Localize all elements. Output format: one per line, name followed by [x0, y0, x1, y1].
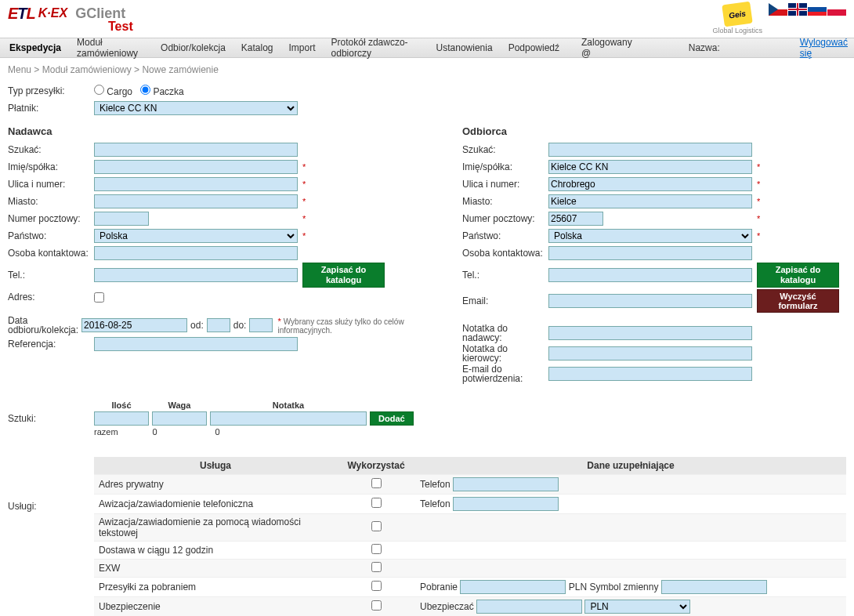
- service-phone-input[interactable]: [453, 477, 559, 491]
- sender-name-input[interactable]: [94, 160, 298, 174]
- pickup-date-input[interactable]: [81, 318, 187, 332]
- pieces-total-qty: 0: [126, 427, 157, 437]
- nav-import[interactable]: Import: [286, 39, 319, 56]
- cod-amount-input[interactable]: [460, 580, 566, 594]
- main-nav: Ekspedycja Moduł zamówieniowy Odbior/kol…: [0, 38, 854, 58]
- sender-city-input[interactable]: [94, 194, 298, 208]
- nav-ustanowienia[interactable]: Ustanowienia: [433, 39, 496, 56]
- payer-select[interactable]: Kielce CC KN: [94, 101, 298, 115]
- service-row: Awizacja/zawiadomienie telefonicznaTelef…: [94, 495, 846, 514]
- shipment-type-label: Typ przesyłki:: [8, 85, 94, 96]
- service-checkbox[interactable]: [371, 600, 382, 611]
- radio-cargo[interactable]: Cargo: [94, 85, 132, 97]
- service-row: UbezpieczenieUbezpieczać PLN: [94, 597, 846, 617]
- payer-label: Płatnik:: [8, 103, 94, 114]
- piece-note-input[interactable]: [210, 411, 367, 426]
- pieces-label: Sztuki:: [8, 400, 94, 424]
- service-phone-input[interactable]: [453, 497, 559, 511]
- recipient-contact-input[interactable]: [548, 246, 752, 260]
- nav-protokol[interactable]: Protokół zdawczo-odbiorczy: [328, 34, 424, 62]
- flag-pl-icon[interactable]: [827, 3, 846, 16]
- cod-symbol-input[interactable]: [661, 580, 767, 594]
- pieces-total-label: razem: [94, 427, 118, 437]
- service-row: Dostawa w ciągu 12 godzin: [94, 542, 846, 560]
- logged-in-label: Zalogowany @: [581, 37, 632, 59]
- services-table: Usługa Wykorzystać Dane uzupełniające Ad…: [94, 457, 846, 616]
- recipient-title: Odbiorca: [462, 125, 854, 137]
- insurance-currency-select[interactable]: PLN: [584, 600, 690, 614]
- sender-address-checkbox[interactable]: [94, 292, 104, 303]
- language-flags: [769, 3, 846, 16]
- radio-paczka[interactable]: Paczka: [140, 85, 184, 97]
- recipient-country-select[interactable]: Polska: [548, 229, 752, 243]
- service-row: EXW: [94, 560, 846, 578]
- service-checkbox[interactable]: [371, 478, 382, 488]
- piece-qty-input[interactable]: [94, 411, 149, 426]
- clear-form-button[interactable]: Wyczyść formularz: [757, 289, 839, 313]
- logo-etl: ETL: [8, 5, 35, 23]
- service-checkbox[interactable]: [371, 498, 382, 508]
- recipient-email-input[interactable]: [548, 294, 752, 308]
- flag-gb-icon[interactable]: [788, 3, 807, 16]
- logo-kex: K·EX: [38, 6, 67, 20]
- recipient-name-input[interactable]: [548, 160, 752, 174]
- nav-odbior[interactable]: Odbior/kolekcja: [157, 39, 229, 56]
- recipient-street-input[interactable]: [548, 177, 752, 191]
- recipient-save-catalog-button[interactable]: Zapisać do katalogu: [757, 263, 839, 288]
- sender-search-input[interactable]: [94, 143, 298, 157]
- sender-save-catalog-button[interactable]: Zapisać do katalogu: [302, 263, 385, 288]
- sender-contact-input[interactable]: [94, 246, 298, 260]
- service-checkbox[interactable]: [371, 581, 382, 591]
- pickup-to-input[interactable]: [249, 318, 273, 332]
- services-label: Usługi:: [8, 454, 94, 512]
- logout-link[interactable]: Wylogować się: [800, 37, 848, 59]
- pieces-total-weight: 0: [165, 427, 220, 437]
- nav-ekspedycja[interactable]: Ekspedycja: [6, 39, 64, 56]
- recipient-city-input[interactable]: [548, 194, 752, 208]
- service-row: Przesyłki za pobraniemPobranie PLN Symbo…: [94, 578, 846, 597]
- pickup-date-label: Data odbioru/kolekcja:: [8, 316, 81, 335]
- service-checkbox[interactable]: [371, 544, 382, 554]
- name-label: Nazwa:: [689, 42, 720, 53]
- sender-zip-input[interactable]: [94, 212, 149, 226]
- nav-podpowiedz[interactable]: Podpowiedź: [505, 39, 563, 56]
- service-row: Adres prywatnyTelefon: [94, 475, 846, 495]
- recipient-tel-input[interactable]: [548, 268, 752, 282]
- flag-cz-icon[interactable]: [769, 3, 787, 16]
- confirm-email-input[interactable]: [548, 367, 752, 381]
- pickup-from-input[interactable]: [207, 318, 230, 332]
- piece-weight-input[interactable]: [152, 411, 207, 426]
- header: ETL K·EX GClient Test Geis Global Logist…: [0, 0, 854, 38]
- recipient-zip-input[interactable]: [548, 212, 603, 226]
- sender-street-input[interactable]: [94, 177, 298, 191]
- nav-modul[interactable]: Moduł zamówieniowy: [74, 34, 148, 62]
- note-sender-input[interactable]: [548, 326, 752, 340]
- pickup-note: * Wybrany czas służy tylko do celów info…: [277, 317, 431, 335]
- flag-sk-icon[interactable]: [808, 3, 827, 16]
- note-driver-input[interactable]: [548, 346, 752, 361]
- service-checkbox[interactable]: [371, 521, 382, 531]
- insurance-amount-input[interactable]: [476, 600, 582, 614]
- app-subtitle: Test: [108, 20, 133, 34]
- add-piece-button[interactable]: Dodać: [370, 411, 414, 426]
- sender-title: Nadawca: [8, 125, 431, 137]
- nav-katalog[interactable]: Katalog: [238, 39, 277, 56]
- logo-geis: Geis Global Logistics: [712, 3, 762, 34]
- sender-country-select[interactable]: Polska: [94, 229, 298, 243]
- recipient-search-input[interactable]: [548, 143, 752, 157]
- service-row: Awizacja/zawiadomienie za pomocą wiadomo…: [94, 514, 846, 542]
- reference-input[interactable]: [94, 337, 298, 351]
- service-checkbox[interactable]: [371, 562, 382, 572]
- sender-tel-input[interactable]: [94, 268, 298, 282]
